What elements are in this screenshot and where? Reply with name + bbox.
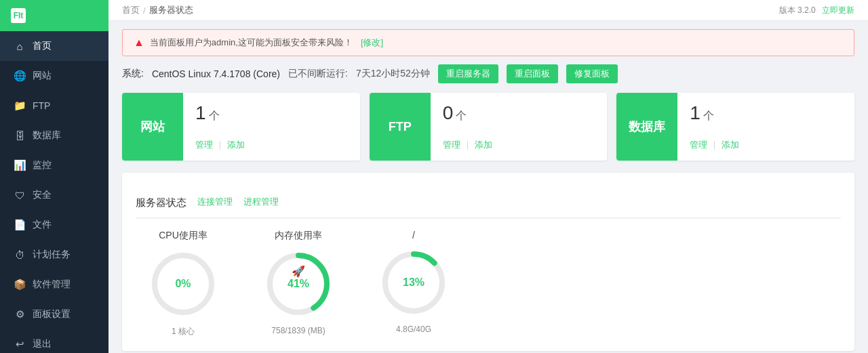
sidebar-item-logout[interactable]: ↩ 退出	[0, 329, 108, 353]
gauge-sublabel-disk: 4.8G/40G	[396, 325, 431, 334]
sidebar-icon-panel: ⚙	[14, 308, 26, 320]
stat-cards-row: 网站 1 个 管理 ｜ 添加 FTP 0 个 管理 ｜	[122, 93, 854, 161]
system-os: CentOS Linux 7.4.1708 (Core)	[152, 68, 280, 79]
card-icon-website: 网站	[122, 93, 183, 161]
sidebar-icon-files: 📄	[14, 219, 26, 231]
card-body-ftp: 0 个 管理 ｜ 添加	[431, 93, 608, 161]
sidebar-item-security[interactable]: 🛡 安全	[0, 180, 108, 210]
sidebar-label-cron: 计划任务	[33, 249, 71, 261]
gauge-circle-memory: 🚀 41%	[264, 250, 332, 318]
card-icon-database: 数据库	[616, 93, 677, 161]
sidebar-label-website: 网站	[33, 70, 52, 82]
warning-link[interactable]: [修改]	[361, 37, 383, 49]
section-header: 服务器状态 连接管理 进程管理	[136, 186, 841, 219]
gauges-row: CPU使用率 0% 1 核心 内存使用率 🚀 41% 758/1839	[136, 230, 841, 337]
tab-process[interactable]: 进程管理	[243, 196, 279, 209]
card-manage-ftp[interactable]: 管理	[443, 139, 460, 151]
breadcrumb: 首页 / 服务器状态	[122, 4, 193, 16]
sidebar-label-software: 软件管理	[33, 278, 71, 291]
sidebar-label-database: 数据库	[33, 129, 61, 142]
gauge-disk: / 13% 4.8G/40G	[366, 230, 461, 334]
version-info: 版本 3.2.0 立即更新	[779, 5, 854, 16]
sidebar-item-panel[interactable]: ⚙ 面板设置	[0, 299, 108, 329]
card-count-ftp: 0 个	[443, 102, 595, 124]
sidebar-icon-database: 🗄	[14, 130, 26, 142]
card-actions-website: 管理 ｜ 添加	[195, 139, 348, 151]
sidebar-item-database[interactable]: 🗄 数据库	[0, 121, 108, 150]
sidebar-label-panel: 面板设置	[33, 308, 71, 320]
logo-icon: FIt	[11, 8, 26, 23]
sidebar-label-files: 文件	[33, 219, 52, 231]
sidebar-item-monitor[interactable]: 📊 监控	[0, 150, 108, 180]
gauge-value-disk: 13%	[403, 276, 425, 289]
content-area: ▲ 当前面板用户为admin,这可能为面板安全带来风险！ [修改] 系统: Ce…	[108, 29, 868, 353]
card-actions-database: 管理 ｜ 添加	[690, 139, 842, 151]
sidebar-icon-home: ⌂	[14, 41, 26, 52]
sidebar-item-software[interactable]: 📦 软件管理	[0, 270, 108, 299]
gauge-circle-cpu: 0%	[149, 250, 217, 318]
card-icon-ftp: FTP	[370, 93, 431, 161]
update-link[interactable]: 立即更新	[822, 5, 854, 15]
card-manage-database[interactable]: 管理	[690, 139, 707, 151]
sidebar: FIt ⌂ 首页 🌐 网站 📁 FTP 🗄 数据库 📊 监控 🛡 安全 📄 文件…	[0, 0, 108, 353]
sidebar-item-website[interactable]: 🌐 网站	[0, 61, 108, 91]
card-count-website: 1 个	[195, 102, 348, 124]
sidebar-item-ftp[interactable]: 📁 FTP	[0, 91, 108, 121]
gauge-label-memory: 内存使用率	[275, 230, 322, 242]
card-unit-website: 个	[209, 109, 220, 123]
warning-icon: ▲	[134, 37, 144, 49]
system-info-bar: 系统: CentOS Linux 7.4.1708 (Core) 已不间断运行:…	[122, 64, 854, 83]
sidebar-icon-security: 🛡	[14, 190, 26, 201]
breadcrumb-home[interactable]: 首页	[122, 4, 140, 16]
repair-panel-button[interactable]: 修复面板	[566, 64, 618, 83]
stat-card-ftp: FTP 0 个 管理 ｜ 添加	[370, 93, 608, 161]
card-unit-database: 个	[703, 109, 714, 123]
restart-panel-button[interactable]: 重启面板	[507, 64, 558, 83]
card-add-ftp[interactable]: 添加	[475, 139, 492, 151]
gauge-sublabel-memory: 758/1839 (MB)	[271, 326, 325, 335]
sidebar-icon-ftp: 📁	[14, 100, 26, 112]
card-add-database[interactable]: 添加	[722, 139, 739, 151]
gauge-icon-memory: 🚀	[292, 265, 305, 278]
server-status-section: 服务器状态 连接管理 进程管理 CPU使用率 0% 1 核心 内存使用率	[122, 173, 854, 351]
tab-connection[interactable]: 连接管理	[197, 196, 233, 209]
system-uptime-label: 已不间断运行:	[288, 68, 348, 80]
sidebar-item-cron[interactable]: ⏱ 计划任务	[0, 240, 108, 270]
topbar: 首页 / 服务器状态 版本 3.2.0 立即更新	[108, 0, 868, 21]
card-unit-ftp: 个	[456, 109, 467, 123]
sidebar-label-home: 首页	[33, 40, 52, 52]
sidebar-item-files[interactable]: 📄 文件	[0, 210, 108, 240]
card-manage-website[interactable]: 管理	[195, 139, 213, 151]
card-count-database: 1 个	[690, 102, 842, 124]
gauge-cpu: CPU使用率 0% 1 核心	[136, 230, 231, 337]
version-label: 版本 3.2.0	[779, 5, 816, 15]
warning-text: 当前面板用户为admin,这可能为面板安全带来风险！	[150, 37, 353, 49]
breadcrumb-sep: /	[143, 5, 146, 16]
gauge-value-memory: 41%	[288, 278, 309, 290]
sidebar-icon-logout: ↩	[14, 338, 26, 350]
gauge-label-disk: /	[412, 230, 415, 241]
card-add-website[interactable]: 添加	[227, 139, 245, 151]
breadcrumb-current: 服务器状态	[149, 4, 193, 16]
gauge-memory: 内存使用率 🚀 41% 758/1839 (MB)	[251, 230, 346, 335]
stat-card-database: 数据库 1 个 管理 ｜ 添加	[616, 93, 854, 161]
gauge-label-cpu: CPU使用率	[159, 230, 208, 242]
card-body-website: 1 个 管理 ｜ 添加	[183, 93, 360, 161]
sidebar-label-ftp: FTP	[33, 100, 50, 111]
gauge-circle-disk: 13%	[380, 249, 448, 316]
sidebar-item-home[interactable]: ⌂ 首页	[0, 31, 108, 61]
card-actions-ftp: 管理 ｜ 添加	[443, 139, 595, 151]
system-label: 系统:	[122, 68, 144, 80]
sidebar-icon-cron: ⏱	[14, 249, 26, 261]
gauge-sublabel-cpu: 1 核心	[172, 326, 195, 337]
gauge-value-cpu: 0%	[175, 278, 191, 290]
stat-card-website: 网站 1 个 管理 ｜ 添加	[122, 93, 360, 161]
sidebar-label-logout: 退出	[33, 338, 52, 350]
section-title: 服务器状态	[136, 196, 186, 209]
sidebar-logo: FIt	[0, 0, 108, 31]
main-content: 首页 / 服务器状态 版本 3.2.0 立即更新 ▲ 当前面板用户为admin,…	[108, 0, 868, 353]
sidebar-icon-software: 📦	[14, 278, 26, 291]
system-uptime: 7天12小时52分钟	[356, 68, 430, 80]
restart-server-button[interactable]: 重启服务器	[438, 64, 498, 83]
sidebar-label-security: 安全	[33, 189, 52, 201]
